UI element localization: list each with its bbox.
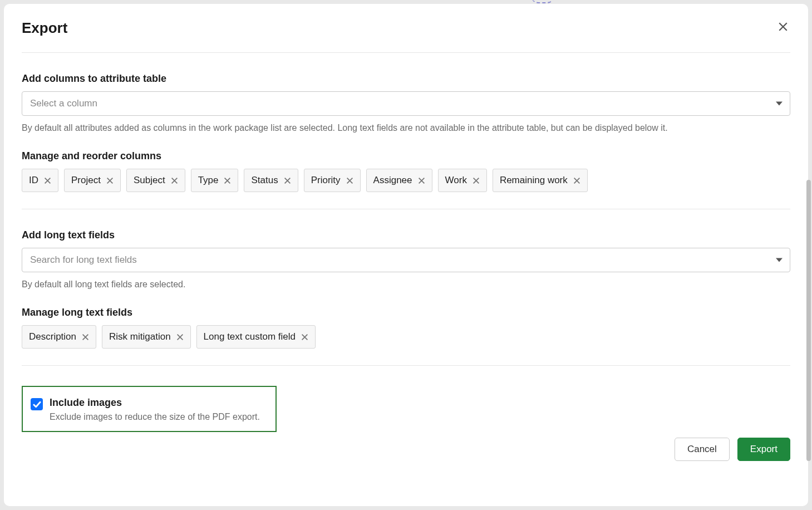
- include-images-checkbox[interactable]: [31, 398, 43, 410]
- column-chip-label: Priority: [311, 175, 341, 186]
- longtext-chip[interactable]: Description: [22, 325, 96, 349]
- column-chip-label: Assignee: [373, 175, 412, 186]
- column-chip[interactable]: Status: [244, 169, 298, 192]
- longtext-chip[interactable]: Risk mitigation: [102, 325, 191, 349]
- modal-header: Export: [22, 19, 790, 53]
- column-chip-remove[interactable]: [171, 177, 178, 184]
- manage-columns-label: Manage and reorder columns: [22, 150, 790, 162]
- close-icon: [778, 22, 788, 32]
- longtext-chip-remove[interactable]: [82, 334, 89, 341]
- decorative-dashed-arc: [532, 0, 554, 3]
- close-icon: [301, 334, 308, 341]
- close-icon: [82, 334, 89, 341]
- column-chip[interactable]: Priority: [304, 169, 361, 192]
- add-longtext-placeholder: Search for long text fields: [30, 254, 137, 266]
- cancel-button[interactable]: Cancel: [675, 438, 730, 461]
- column-chip-remove[interactable]: [224, 177, 231, 184]
- column-chip-remove[interactable]: [44, 177, 51, 184]
- column-chip-remove[interactable]: [573, 177, 580, 184]
- close-icon: [176, 334, 184, 341]
- column-chip-remove[interactable]: [346, 177, 353, 184]
- longtext-chip-label: Risk mitigation: [109, 331, 171, 342]
- column-chip-label: Work: [445, 175, 467, 186]
- manage-longtext-label: Manage long text fields: [22, 307, 790, 318]
- close-icon: [44, 177, 51, 184]
- column-chip[interactable]: Type: [191, 169, 239, 192]
- column-chip-label: Subject: [134, 175, 165, 186]
- column-chip-remove[interactable]: [106, 177, 114, 184]
- column-chip-label: Type: [198, 175, 219, 186]
- add-longtext-hint: By default all long text fields are sele…: [22, 278, 790, 291]
- longtext-chip-label: Long text custom field: [204, 331, 296, 342]
- add-columns-select[interactable]: Select a column: [22, 91, 790, 116]
- scrollbar-track[interactable]: [805, 4, 812, 506]
- longtext-chip-label: Description: [29, 331, 76, 342]
- column-chip-label: Project: [71, 175, 101, 186]
- column-chip[interactable]: Project: [64, 169, 121, 192]
- column-chip-label: Status: [251, 175, 278, 186]
- add-columns-placeholder: Select a column: [30, 98, 97, 109]
- include-images-highlight: Include images Exclude images to reduce …: [22, 386, 277, 432]
- manage-columns-chip-row: IDProjectSubjectTypeStatusPriorityAssign…: [22, 169, 790, 192]
- column-chip-label: ID: [29, 175, 38, 186]
- include-images-label: Include images: [50, 397, 268, 409]
- check-icon: [33, 400, 41, 409]
- column-chip[interactable]: ID: [22, 169, 58, 192]
- longtext-chip-remove[interactable]: [301, 334, 308, 341]
- close-icon: [346, 177, 353, 184]
- scrollbar-thumb[interactable]: [806, 180, 811, 461]
- section-divider: [22, 209, 790, 209]
- add-columns-label: Add columns to attribute table: [22, 73, 790, 85]
- close-icon: [418, 177, 425, 184]
- close-icon: [171, 177, 178, 184]
- export-button[interactable]: Export: [737, 438, 790, 461]
- column-chip[interactable]: Assignee: [366, 169, 432, 192]
- longtext-chip[interactable]: Long text custom field: [196, 325, 316, 349]
- column-chip[interactable]: Subject: [126, 169, 185, 192]
- modal-footer: Cancel Export: [22, 438, 790, 461]
- add-columns-hint: By default all attributes added as colum…: [22, 121, 790, 135]
- column-chip-label: Remaining work: [500, 175, 568, 186]
- manage-longtext-chip-row: DescriptionRisk mitigationLong text cust…: [22, 325, 790, 349]
- close-icon: [473, 177, 480, 184]
- longtext-chip-remove[interactable]: [176, 334, 184, 341]
- section-divider: [22, 365, 790, 366]
- add-longtext-select[interactable]: Search for long text fields: [22, 248, 790, 272]
- include-images-hint: Exclude images to reduce the size of the…: [50, 412, 260, 421]
- column-chip-remove[interactable]: [473, 177, 480, 184]
- column-chip[interactable]: Remaining work: [493, 169, 588, 192]
- add-longtext-label: Add long text fields: [22, 229, 790, 241]
- export-modal: Export Add columns to attribute table Se…: [4, 4, 808, 506]
- close-icon: [224, 177, 231, 184]
- close-button[interactable]: [776, 19, 790, 34]
- close-icon: [284, 177, 291, 184]
- close-icon: [573, 177, 580, 184]
- modal-title: Export: [22, 19, 67, 37]
- close-icon: [106, 177, 114, 184]
- column-chip-remove[interactable]: [418, 177, 425, 184]
- column-chip[interactable]: Work: [438, 169, 487, 192]
- column-chip-remove[interactable]: [284, 177, 291, 184]
